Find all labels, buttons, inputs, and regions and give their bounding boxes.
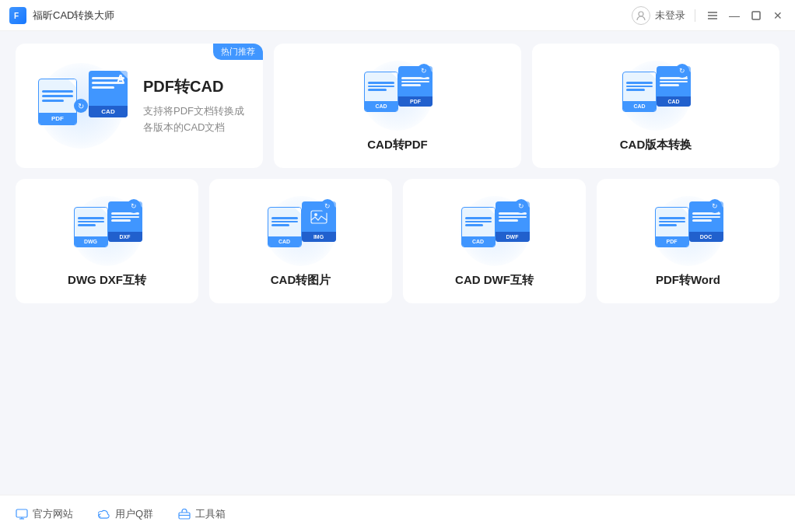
cad-to-pdf-icon: CAD ↻ P PDF — [362, 62, 433, 128]
svg-point-2 — [639, 12, 643, 16]
card-pdf-to-cad[interactable]: 热门推荐 PDF ↻ — [16, 44, 263, 168]
bottom-row: DWG ↻ DXF DWG DXF互转 — [16, 179, 779, 303]
svg-point-8 — [314, 213, 317, 216]
top-row: 热门推荐 PDF ↻ — [16, 44, 779, 168]
footer-toolbox-label: 工具箱 — [195, 507, 226, 521]
titlebar-right: 未登录 — ✕ — [632, 6, 786, 25]
footer-official-site[interactable]: 官方网站 — [16, 507, 73, 521]
footer-official-label: 官方网站 — [33, 507, 73, 521]
maximize-button[interactable] — [748, 8, 764, 23]
cad-version-icon: CAD ↻ A CAD — [621, 62, 691, 128]
window-controls: — ✕ — [705, 8, 786, 23]
cad-to-image-label: CAD转图片 — [271, 273, 331, 288]
svg-rect-9 — [16, 509, 27, 517]
titlebar: F 福昕CAD转换大师 未登录 — — [0, 0, 795, 31]
card-cad-to-image[interactable]: CAD ↻ I — [209, 179, 392, 303]
main-content: 热门推荐 PDF ↻ — [0, 31, 795, 495]
app-title: 福昕CAD转换大师 — [33, 9, 114, 23]
footer-qq-group[interactable]: 用户Q群 — [98, 507, 153, 521]
cad-version-label: CAD版本转换 — [620, 138, 692, 152]
pdf-to-cad-icon-area: PDF ↻ A CAD — [34, 67, 128, 145]
user-login-label: 未登录 — [655, 9, 685, 23]
cad-dwf-label: CAD DWF互转 — [455, 273, 534, 288]
pdf-to-word-icon: PDF ↻ W DOC — [653, 198, 723, 264]
titlebar-divider — [695, 9, 695, 22]
pdf-to-word-label: PDF转Word — [656, 273, 720, 288]
cad-dwf-icon: CAD ↻ DWF — [460, 198, 530, 264]
dwg-dxf-icon: DWG ↻ DXF — [72, 198, 142, 264]
card-cad-to-pdf[interactable]: CAD ↻ P PDF — [274, 44, 521, 168]
pdf-to-cad-title: PDF转CAD — [143, 76, 244, 97]
svg-text:F: F — [14, 12, 19, 20]
cloud-icon — [98, 508, 110, 520]
toolbox-icon — [178, 508, 191, 520]
pdf-to-cad-info: PDF转CAD 支持将PDF文档转换成各版本的CAD文档 — [143, 76, 244, 136]
cad-to-image-icon: CAD ↻ I — [266, 198, 336, 264]
card-cad-dwf[interactable]: CAD ↻ DWF CAD DWF互转 — [403, 179, 586, 303]
footer-qq-label: 用户Q群 — [115, 507, 153, 521]
card-pdf-to-word[interactable]: PDF ↻ W DOC — [597, 179, 779, 303]
app-logo: F — [9, 7, 26, 24]
monitor-icon — [16, 508, 28, 520]
card-cad-version[interactable]: CAD ↻ A CAD — [532, 44, 779, 168]
minimize-button[interactable]: — — [727, 8, 742, 23]
titlebar-left: F 福昕CAD转换大师 — [9, 7, 114, 24]
close-button[interactable]: ✕ — [770, 8, 786, 23]
convert-arrow: ↻ — [74, 99, 88, 113]
user-avatar-icon — [632, 6, 650, 25]
user-area[interactable]: 未登录 — [632, 6, 685, 25]
footer-toolbox[interactable]: 工具箱 — [178, 507, 226, 521]
menu-button[interactable] — [705, 8, 720, 23]
dwg-dxf-label: DWG DXF互转 — [68, 273, 146, 288]
pdf-to-cad-desc: 支持将PDF文档转换成各版本的CAD文档 — [143, 103, 244, 136]
footer: 官方网站 用户Q群 工具箱 — [0, 495, 795, 532]
hot-badge: 热门推荐 — [213, 44, 263, 60]
svg-rect-6 — [752, 12, 760, 19]
card-dwg-dxf[interactable]: DWG ↻ DXF DWG DXF互转 — [16, 179, 198, 303]
cad-to-pdf-label: CAD转PDF — [367, 138, 428, 152]
